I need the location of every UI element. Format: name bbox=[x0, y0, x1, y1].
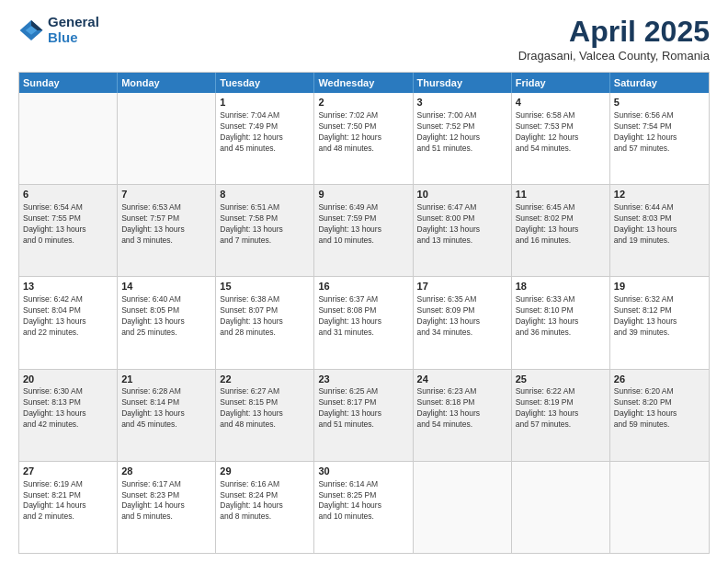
header: General Blue April 2025 Dragasani, Valce… bbox=[18, 15, 710, 63]
calendar-row-1: 1Sunrise: 7:04 AMSunset: 7:49 PMDaylight… bbox=[19, 93, 709, 184]
calendar-body: 1Sunrise: 7:04 AMSunset: 7:49 PMDaylight… bbox=[19, 93, 709, 553]
day-number: 1 bbox=[220, 96, 310, 109]
calendar-cell bbox=[118, 93, 216, 184]
day-number: 15 bbox=[220, 280, 310, 293]
cell-info: Sunrise: 6:32 AMSunset: 8:12 PMDaylight:… bbox=[614, 294, 705, 339]
header-friday: Friday bbox=[512, 73, 610, 93]
calendar-cell: 25Sunrise: 6:22 AMSunset: 8:19 PMDayligh… bbox=[512, 370, 610, 461]
day-number: 8 bbox=[220, 188, 310, 201]
day-number: 13 bbox=[23, 280, 113, 293]
calendar-cell: 24Sunrise: 6:23 AMSunset: 8:18 PMDayligh… bbox=[414, 370, 512, 461]
cell-info: Sunrise: 6:54 AMSunset: 7:55 PMDaylight:… bbox=[23, 202, 113, 247]
day-number: 24 bbox=[417, 373, 507, 386]
calendar-cell: 5Sunrise: 6:56 AMSunset: 7:54 PMDaylight… bbox=[610, 93, 709, 184]
day-number: 2 bbox=[318, 96, 408, 109]
calendar-cell: 1Sunrise: 7:04 AMSunset: 7:49 PMDaylight… bbox=[216, 93, 314, 184]
calendar-header: Sunday Monday Tuesday Wednesday Thursday… bbox=[19, 73, 709, 93]
calendar-cell: 22Sunrise: 6:27 AMSunset: 8:15 PMDayligh… bbox=[216, 370, 314, 461]
cell-info: Sunrise: 6:28 AMSunset: 8:14 PMDaylight:… bbox=[121, 386, 211, 431]
day-number: 5 bbox=[614, 96, 705, 109]
calendar-cell: 9Sunrise: 6:49 AMSunset: 7:59 PMDaylight… bbox=[314, 185, 413, 276]
location-title: Dragasani, Valcea County, Romania bbox=[518, 49, 710, 63]
header-sunday: Sunday bbox=[19, 73, 118, 93]
day-number: 23 bbox=[318, 373, 408, 386]
calendar-cell: 7Sunrise: 6:53 AMSunset: 7:57 PMDaylight… bbox=[118, 185, 216, 276]
header-monday: Monday bbox=[118, 73, 216, 93]
day-number: 7 bbox=[121, 188, 211, 201]
calendar-cell: 14Sunrise: 6:40 AMSunset: 8:05 PMDayligh… bbox=[118, 277, 216, 368]
cell-info: Sunrise: 6:49 AMSunset: 7:59 PMDaylight:… bbox=[318, 202, 408, 247]
day-number: 9 bbox=[318, 188, 408, 201]
calendar-row-2: 6Sunrise: 6:54 AMSunset: 7:55 PMDaylight… bbox=[19, 184, 709, 276]
logo-icon bbox=[18, 17, 44, 43]
cell-info: Sunrise: 6:45 AMSunset: 8:02 PMDaylight:… bbox=[516, 202, 606, 247]
header-saturday: Saturday bbox=[610, 73, 709, 93]
calendar-cell: 2Sunrise: 7:02 AMSunset: 7:50 PMDaylight… bbox=[314, 93, 413, 184]
cell-info: Sunrise: 6:25 AMSunset: 8:17 PMDaylight:… bbox=[318, 386, 408, 431]
calendar-cell: 16Sunrise: 6:37 AMSunset: 8:08 PMDayligh… bbox=[314, 277, 413, 368]
calendar: Sunday Monday Tuesday Wednesday Thursday… bbox=[18, 72, 710, 554]
calendar-cell: 28Sunrise: 6:17 AMSunset: 8:23 PMDayligh… bbox=[118, 462, 216, 553]
calendar-cell: 27Sunrise: 6:19 AMSunset: 8:21 PMDayligh… bbox=[19, 462, 118, 553]
day-number: 10 bbox=[417, 188, 507, 201]
cell-info: Sunrise: 6:56 AMSunset: 7:54 PMDaylight:… bbox=[614, 110, 705, 155]
cell-info: Sunrise: 6:40 AMSunset: 8:05 PMDaylight:… bbox=[121, 294, 211, 339]
calendar-row-3: 13Sunrise: 6:42 AMSunset: 8:04 PMDayligh… bbox=[19, 276, 709, 368]
cell-info: Sunrise: 6:17 AMSunset: 8:23 PMDaylight:… bbox=[121, 479, 211, 523]
day-number: 30 bbox=[318, 465, 408, 478]
calendar-cell: 21Sunrise: 6:28 AMSunset: 8:14 PMDayligh… bbox=[118, 370, 216, 461]
day-number: 18 bbox=[516, 280, 606, 293]
cell-info: Sunrise: 6:16 AMSunset: 8:24 PMDaylight:… bbox=[220, 479, 310, 523]
month-title: April 2025 bbox=[518, 15, 710, 49]
cell-info: Sunrise: 6:19 AMSunset: 8:21 PMDaylight:… bbox=[23, 479, 113, 523]
day-number: 17 bbox=[417, 280, 507, 293]
day-number: 27 bbox=[23, 465, 113, 478]
calendar-row-5: 27Sunrise: 6:19 AMSunset: 8:21 PMDayligh… bbox=[19, 461, 709, 553]
day-number: 28 bbox=[121, 465, 211, 478]
logo-general-text: General bbox=[48, 15, 99, 30]
calendar-cell bbox=[414, 462, 512, 553]
day-number: 11 bbox=[516, 188, 606, 201]
day-number: 29 bbox=[220, 465, 310, 478]
cell-info: Sunrise: 6:23 AMSunset: 8:18 PMDaylight:… bbox=[417, 386, 507, 431]
calendar-cell: 10Sunrise: 6:47 AMSunset: 8:00 PMDayligh… bbox=[414, 185, 512, 276]
cell-info: Sunrise: 6:20 AMSunset: 8:20 PMDaylight:… bbox=[614, 386, 705, 431]
calendar-cell: 23Sunrise: 6:25 AMSunset: 8:17 PMDayligh… bbox=[314, 370, 413, 461]
calendar-cell bbox=[610, 462, 709, 553]
cell-info: Sunrise: 6:42 AMSunset: 8:04 PMDaylight:… bbox=[23, 294, 113, 339]
day-number: 22 bbox=[220, 373, 310, 386]
day-number: 14 bbox=[121, 280, 211, 293]
cell-info: Sunrise: 7:00 AMSunset: 7:52 PMDaylight:… bbox=[417, 110, 507, 155]
logo: General Blue bbox=[18, 15, 99, 45]
day-number: 21 bbox=[121, 373, 211, 386]
day-number: 12 bbox=[614, 188, 705, 201]
calendar-cell: 3Sunrise: 7:00 AMSunset: 7:52 PMDaylight… bbox=[414, 93, 512, 184]
calendar-cell: 17Sunrise: 6:35 AMSunset: 8:09 PMDayligh… bbox=[414, 277, 512, 368]
calendar-cell: 13Sunrise: 6:42 AMSunset: 8:04 PMDayligh… bbox=[19, 277, 118, 368]
header-wednesday: Wednesday bbox=[314, 73, 413, 93]
cell-info: Sunrise: 6:37 AMSunset: 8:08 PMDaylight:… bbox=[318, 294, 408, 339]
cell-info: Sunrise: 6:53 AMSunset: 7:57 PMDaylight:… bbox=[121, 202, 211, 247]
calendar-cell: 20Sunrise: 6:30 AMSunset: 8:13 PMDayligh… bbox=[19, 370, 118, 461]
calendar-cell: 12Sunrise: 6:44 AMSunset: 8:03 PMDayligh… bbox=[610, 185, 709, 276]
calendar-cell: 26Sunrise: 6:20 AMSunset: 8:20 PMDayligh… bbox=[610, 370, 709, 461]
day-number: 25 bbox=[516, 373, 606, 386]
cell-info: Sunrise: 6:33 AMSunset: 8:10 PMDaylight:… bbox=[516, 294, 606, 339]
cell-info: Sunrise: 6:47 AMSunset: 8:00 PMDaylight:… bbox=[417, 202, 507, 247]
cell-info: Sunrise: 6:14 AMSunset: 8:25 PMDaylight:… bbox=[318, 479, 408, 523]
calendar-cell: 11Sunrise: 6:45 AMSunset: 8:02 PMDayligh… bbox=[512, 185, 610, 276]
cell-info: Sunrise: 6:30 AMSunset: 8:13 PMDaylight:… bbox=[23, 386, 113, 431]
day-number: 3 bbox=[417, 96, 507, 109]
day-number: 26 bbox=[614, 373, 705, 386]
page: General Blue April 2025 Dragasani, Valce… bbox=[0, 0, 728, 563]
day-number: 20 bbox=[23, 373, 113, 386]
calendar-cell bbox=[19, 93, 118, 184]
calendar-cell: 8Sunrise: 6:51 AMSunset: 7:58 PMDaylight… bbox=[216, 185, 314, 276]
cell-info: Sunrise: 6:44 AMSunset: 8:03 PMDaylight:… bbox=[614, 202, 705, 247]
day-number: 6 bbox=[23, 188, 113, 201]
calendar-row-4: 20Sunrise: 6:30 AMSunset: 8:13 PMDayligh… bbox=[19, 369, 709, 461]
calendar-cell bbox=[512, 462, 610, 553]
cell-info: Sunrise: 6:27 AMSunset: 8:15 PMDaylight:… bbox=[220, 386, 310, 431]
cell-info: Sunrise: 7:04 AMSunset: 7:49 PMDaylight:… bbox=[220, 110, 310, 155]
calendar-cell: 29Sunrise: 6:16 AMSunset: 8:24 PMDayligh… bbox=[216, 462, 314, 553]
